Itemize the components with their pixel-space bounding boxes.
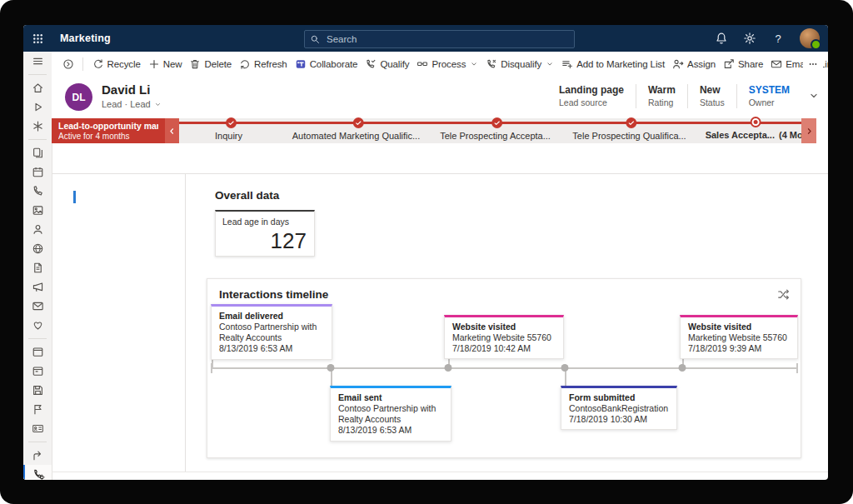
stage-status-icon[interactable] bbox=[226, 117, 237, 128]
interaction-card: Email sent Contoso Partnership with Real… bbox=[330, 386, 451, 442]
interaction-details: Marketing Website 557607/18/2019 10:42 A… bbox=[452, 332, 556, 354]
rail-item-icon[interactable] bbox=[23, 465, 52, 480]
rail-item-icon[interactable] bbox=[23, 97, 52, 117]
search-field[interactable] bbox=[325, 33, 569, 45]
insights-nav-item[interactable] bbox=[67, 185, 183, 209]
insights-nav-item[interactable] bbox=[67, 282, 183, 306]
bpf-stage[interactable]: Sales Accepta...(4 Mo) bbox=[706, 118, 806, 140]
search-input[interactable] bbox=[304, 30, 575, 48]
user-avatar[interactable] bbox=[800, 28, 820, 48]
rail-item-icon[interactable] bbox=[23, 143, 52, 162]
timeline-axis bbox=[211, 367, 798, 369]
field-value: Warm bbox=[648, 84, 676, 97]
rail-item-icon[interactable] bbox=[23, 136, 52, 143]
timeline-dot bbox=[561, 364, 569, 372]
command-button[interactable]: Share bbox=[720, 54, 767, 74]
command-button[interactable]: Recycle bbox=[88, 54, 144, 74]
bpf-scroll-left-button[interactable] bbox=[165, 118, 179, 143]
command-button[interactable]: New bbox=[144, 54, 186, 74]
rail-item-icon[interactable] bbox=[23, 297, 52, 316]
header-field[interactable]: SYSTEM Owner bbox=[736, 84, 801, 108]
rail-item-icon[interactable] bbox=[23, 52, 52, 71]
bpf-stage[interactable]: Inquiry bbox=[215, 118, 247, 141]
timeline-dot bbox=[327, 364, 335, 372]
command-button[interactable]: Process bbox=[413, 54, 482, 74]
rail-item-icon[interactable] bbox=[23, 362, 52, 381]
lead-age-label: Lead age in days bbox=[222, 217, 314, 227]
lead-age-card: Lead age in days 127 bbox=[215, 210, 315, 257]
rail-item-icon[interactable] bbox=[23, 117, 52, 136]
content-bottom-divider bbox=[52, 472, 828, 472]
stage-status-icon[interactable] bbox=[492, 117, 503, 128]
more-commands-button[interactable] bbox=[803, 54, 823, 74]
header-field[interactable]: Landing page Lead source bbox=[547, 84, 636, 108]
rail-item-icon[interactable] bbox=[23, 182, 52, 201]
rail-item-icon[interactable] bbox=[23, 258, 52, 277]
bpf-process-status: Active for 4 months bbox=[58, 132, 158, 141]
header-field[interactable]: New Status bbox=[687, 84, 736, 108]
bpf-stage[interactable]: Tele Prospecting Qualifica... bbox=[572, 118, 690, 141]
rail-item-icon[interactable] bbox=[23, 239, 52, 258]
check-icon bbox=[627, 119, 635, 127]
waffle-icon[interactable] bbox=[23, 25, 52, 52]
rail-item-icon[interactable] bbox=[23, 381, 52, 400]
rail-item-icon[interactable] bbox=[23, 201, 52, 220]
rail-item-icon[interactable] bbox=[23, 162, 52, 182]
rail-item-icon[interactable] bbox=[23, 277, 52, 297]
command-button[interactable]: Delete bbox=[186, 54, 236, 74]
interaction-card: Website visited Marketing Website 557607… bbox=[444, 315, 564, 359]
timeline-heading: Interactions timeline bbox=[219, 288, 328, 301]
rail-item-icon[interactable] bbox=[23, 342, 52, 362]
field-value: Landing page bbox=[559, 84, 624, 97]
command-button[interactable]: Collaborate bbox=[291, 54, 362, 74]
presence-dot bbox=[811, 39, 821, 50]
stage-status-icon[interactable] bbox=[353, 117, 364, 128]
rail-item-icon[interactable] bbox=[23, 419, 52, 438]
command-button[interactable]: Assign bbox=[669, 54, 720, 74]
bpf-stage[interactable]: Tele Prospecting Accepta... bbox=[440, 118, 555, 141]
rail-item-icon[interactable] bbox=[23, 400, 52, 419]
rail-item-icon[interactable] bbox=[23, 335, 52, 342]
interaction-card: Email delivered Contoso Partnership with… bbox=[211, 304, 332, 360]
insights-nav-border bbox=[185, 174, 186, 472]
rail-item-icon[interactable] bbox=[23, 446, 52, 465]
gear-icon[interactable] bbox=[743, 32, 756, 45]
stage-status-icon[interactable] bbox=[751, 117, 761, 127]
tabs-divider bbox=[52, 173, 828, 174]
form-tabs bbox=[52, 148, 828, 173]
command-bar: Recycle New Delete Refresh bbox=[52, 52, 828, 77]
interactions-timeline-card: Interactions timeline Email delivered Co… bbox=[207, 278, 801, 458]
rail-item-icon[interactable] bbox=[23, 71, 52, 78]
insights-nav-item[interactable] bbox=[67, 257, 183, 282]
rail-item-icon[interactable] bbox=[23, 220, 52, 239]
help-icon[interactable]: ? bbox=[771, 32, 785, 45]
timeline-connector bbox=[331, 369, 332, 386]
command-button[interactable]: Refresh bbox=[236, 54, 292, 74]
insights-nav-item[interactable] bbox=[67, 209, 183, 233]
bpf-scroll-right-button[interactable] bbox=[801, 118, 816, 143]
interaction-card: Website visited Marketing Website 557607… bbox=[680, 315, 798, 359]
rail-item-icon[interactable] bbox=[23, 78, 52, 97]
record-type-switcher[interactable]: Lead · Lead bbox=[102, 99, 162, 109]
interaction-title: Email delivered bbox=[219, 311, 324, 322]
rail-item-icon[interactable] bbox=[23, 438, 52, 446]
shuffle-icon[interactable] bbox=[777, 288, 791, 302]
timeline-connector bbox=[565, 369, 566, 386]
rail-item-icon[interactable] bbox=[23, 316, 52, 335]
interaction-details: Contoso Partnership with Realty Accounts… bbox=[219, 322, 324, 354]
stage-status-icon[interactable] bbox=[626, 117, 636, 128]
record-header: DL David Li Lead · Lead Landing page Lea… bbox=[52, 77, 828, 118]
expand-commandbar-button[interactable] bbox=[58, 54, 77, 74]
header-field[interactable]: Warm Rating bbox=[636, 84, 687, 108]
field-value: New bbox=[700, 84, 725, 97]
insights-nav-item[interactable] bbox=[67, 306, 183, 330]
insights-nav-item[interactable] bbox=[67, 233, 183, 257]
collapse-header-button[interactable] bbox=[808, 90, 821, 103]
command-button[interactable]: Disqualify bbox=[482, 54, 558, 74]
bell-icon[interactable] bbox=[715, 32, 728, 45]
command-button[interactable]: Add to Marketing List bbox=[558, 54, 669, 74]
bpf-process-badge[interactable]: Lead-to-opportunity mar... Active for 4 … bbox=[52, 118, 165, 143]
command-button[interactable]: Qualify bbox=[362, 54, 413, 74]
bpf-stage[interactable]: Automated Marketing Qualific... bbox=[292, 118, 424, 141]
check-icon bbox=[227, 119, 235, 127]
